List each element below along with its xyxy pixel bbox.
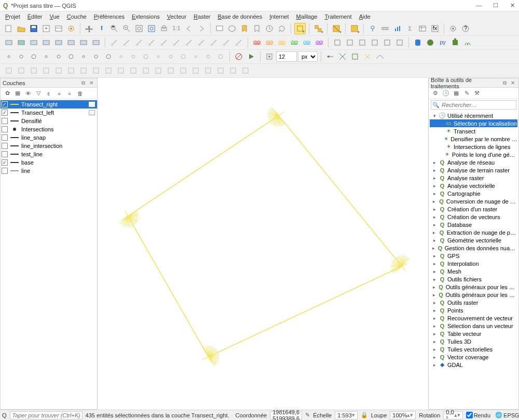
adv-dig-9-icon[interactable]	[115, 51, 127, 62]
diagram-tool-0-icon[interactable]	[332, 37, 343, 48]
recent-Densifier-par-le-nombre-d'intervalles[interactable]: ✶ Densifier par le nombre d'intervalles	[430, 135, 517, 143]
group-Points[interactable]: ▸ Q Points	[430, 306, 517, 314]
shape-3-icon[interactable]	[40, 65, 52, 76]
refresh-icon[interactable]	[276, 23, 288, 34]
add-xyz-icon[interactable]	[90, 37, 102, 48]
shape-17-icon[interactable]	[215, 65, 226, 76]
layer-visibility-checkbox[interactable]	[2, 118, 8, 124]
adv-dig-15-icon[interactable]	[190, 51, 201, 62]
shape-0-icon[interactable]	[3, 65, 15, 76]
new-print-layout-icon[interactable]: +	[40, 23, 52, 34]
render-checkbox[interactable]	[466, 412, 473, 418]
menu-raster[interactable]: Raster	[190, 12, 213, 21]
coord-toggle-icon[interactable]: ✎	[305, 411, 310, 419]
processing-tree[interactable]: ▾ 🕓 Utilisé récemment ▭ Sélection par lo…	[429, 111, 518, 409]
layer-visibility-checkbox[interactable]	[2, 126, 8, 132]
expand-icon[interactable]: ▸	[432, 339, 437, 344]
undo-icon[interactable]	[221, 37, 232, 48]
expand-icon[interactable]: ▸	[432, 331, 437, 336]
expand-icon[interactable]: ▸	[432, 207, 437, 212]
shape-11-icon[interactable]	[140, 65, 152, 76]
add-postgis-icon[interactable]	[65, 37, 77, 48]
new-map-view-icon[interactable]	[214, 23, 225, 34]
shape-12-icon[interactable]	[153, 65, 164, 76]
group-Analyse-de-terrain-raster[interactable]: ▸ Q Analyse de terrain raster	[430, 166, 517, 174]
adv-dig-16-icon[interactable]	[202, 51, 214, 62]
group-Outils-généraux-pour-les-couches[interactable]: ▸ Q Outils généraux pour les couches	[430, 283, 517, 291]
layer-row-base[interactable]: ✓ base	[1, 158, 97, 167]
grass-icon[interactable]	[462, 37, 473, 48]
layer-row-test_line[interactable]: test_line	[1, 150, 97, 158]
trace-icon[interactable]	[374, 51, 386, 62]
maximize-button[interactable]: ☐	[492, 2, 499, 9]
adv-dig-12-icon[interactable]	[153, 51, 164, 62]
adv-dig-3-icon[interactable]	[40, 51, 52, 62]
group-GPS[interactable]: ▸ Q GPS	[430, 252, 517, 260]
add-feature-icon[interactable]	[133, 37, 145, 48]
cut-icon[interactable]	[183, 37, 195, 48]
expand-icon[interactable]: ▸	[432, 355, 437, 360]
mag-value[interactable]: 100%▴▾	[390, 411, 416, 419]
menu-internet[interactable]: Internet	[266, 12, 292, 21]
collapse-icon[interactable]: «	[65, 89, 74, 98]
recent-Sélection-par-localisation[interactable]: ▭ Sélection par localisation	[430, 119, 517, 127]
group-Vector-coverage[interactable]: ▸ Q Vector coverage	[430, 353, 517, 361]
adv-dig-6-icon[interactable]	[78, 51, 89, 62]
self-snap-icon[interactable]	[349, 51, 361, 62]
adv-dig-17-icon[interactable]	[215, 51, 226, 62]
measure-icon[interactable]	[379, 23, 391, 34]
edit-toggle-icon[interactable]	[108, 37, 120, 48]
lock-scale-icon[interactable]: 🔒	[361, 411, 368, 419]
expand-icon[interactable]: ▸	[432, 175, 437, 181]
redo-icon[interactable]	[233, 37, 244, 48]
snap-unit-select[interactable]: px	[298, 51, 318, 62]
expand-icon[interactable]: ▸	[432, 261, 437, 266]
identify-icon[interactable]	[367, 23, 378, 34]
shape-14-icon[interactable]	[177, 65, 189, 76]
adv-dig-13-icon[interactable]	[165, 51, 176, 62]
expand-icon[interactable]: ▸	[432, 292, 436, 297]
zoom-full-icon[interactable]	[133, 23, 145, 34]
diagram-tool-3-icon[interactable]	[369, 37, 380, 48]
datasource-icon[interactable]	[425, 37, 436, 48]
group-Tuiles-vectorielles[interactable]: ▸ Q Tuiles vectorielles	[430, 345, 517, 353]
render-toggle[interactable]: Rendu	[466, 412, 490, 418]
shape-5-icon[interactable]	[65, 65, 77, 76]
select-all-icon[interactable]: ▾	[349, 23, 360, 34]
close-button[interactable]: ✕	[509, 2, 516, 9]
undock-icon[interactable]: ⧉	[501, 79, 509, 87]
map-canvas[interactable]	[98, 78, 428, 410]
group-Sélection-dans-un-vecteur[interactable]: ▸ Q Sélection dans un vecteur	[430, 322, 517, 330]
zoom-selection-icon[interactable]	[146, 23, 157, 34]
layer-row-Transect_left[interactable]: ✓ Transect_left	[1, 109, 97, 117]
recent-Transect[interactable]: ✶ Transect	[430, 127, 517, 135]
close-icon[interactable]: ✕	[88, 79, 95, 87]
snap-enable-icon[interactable]	[264, 51, 275, 62]
adv-dig-2-icon[interactable]	[28, 51, 39, 62]
expand-icon[interactable]: ▸	[432, 214, 437, 220]
new-3d-view-icon[interactable]	[226, 23, 238, 34]
temporal-icon[interactable]	[264, 23, 275, 34]
expand-icon[interactable]: ▸	[432, 323, 437, 329]
edit-icon[interactable]: ✎	[462, 89, 471, 98]
expand-icon[interactable]: ▸	[432, 183, 437, 188]
diagram-tool-1-icon[interactable]	[344, 37, 356, 48]
group-Création-de-vecteurs[interactable]: ▸ Q Création de vecteurs	[430, 213, 517, 221]
label-tool-1-icon[interactable]: abc	[264, 37, 275, 48]
label-tool-0-icon[interactable]: abc	[251, 37, 263, 48]
group-Tuiles-3D[interactable]: ▸ Q Tuiles 3D	[430, 337, 517, 345]
attributes-icon[interactable]	[417, 23, 428, 34]
avoid-overlap-icon[interactable]	[362, 51, 373, 62]
group-Recouvrement-de-vecteur[interactable]: ▸ Q Recouvrement de vecteur	[430, 314, 517, 322]
expand-icon[interactable]: ▸	[432, 253, 437, 259]
node-tool-icon[interactable]	[158, 37, 170, 48]
shape-18-icon[interactable]	[227, 65, 239, 76]
layer-tree[interactable]: ✓ Transect_right ✓ Transect_left Densifi…	[1, 99, 97, 409]
expand-icon[interactable]: ▸	[432, 269, 437, 274]
shape-7-icon[interactable]	[90, 65, 102, 76]
group-Extraction-de-nuage-de-points[interactable]: ▸ Q Extraction de nuage de points	[430, 228, 517, 236]
menu-projet[interactable]: Projet	[2, 12, 23, 21]
group-Interpolation[interactable]: ▸ Q Interpolation	[430, 260, 517, 267]
shape-19-icon[interactable]	[240, 65, 251, 76]
zoom-layer-icon[interactable]	[158, 23, 170, 34]
